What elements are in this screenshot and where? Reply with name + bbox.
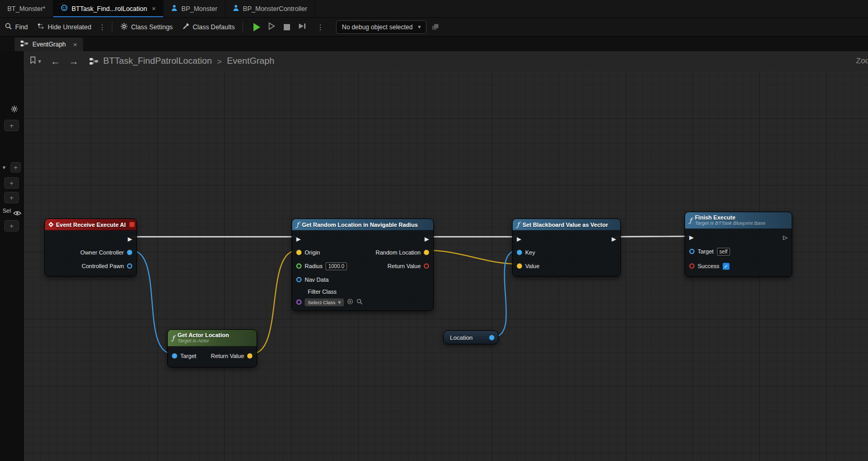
node-header: ƒ Finish Execute Target is BTTask Bluepr… — [685, 212, 792, 229]
function-icon: ƒ — [517, 221, 519, 228]
add-button[interactable]: + — [10, 162, 21, 172]
eye-icon[interactable] — [13, 209, 21, 218]
wrench-icon — [182, 22, 190, 31]
pin-nav-data[interactable] — [296, 277, 302, 282]
toolbar-separator — [242, 22, 243, 32]
collapsed-panel-strip: + ▾ + + + Sel + — [0, 51, 24, 461]
pin-label: Filter Class — [308, 289, 337, 295]
nav-forward-button[interactable]: → — [69, 56, 79, 66]
check-icon: ✓ — [724, 263, 728, 269]
pin-label: Controlled Pawn — [82, 263, 124, 269]
exec-in-pin[interactable]: ▶ — [296, 236, 300, 242]
nav-back-button[interactable]: ← — [51, 56, 61, 66]
debug-object-dropdown[interactable]: No debug object selected ▾ — [336, 20, 426, 34]
stop-button[interactable] — [284, 24, 290, 30]
blueprint-icon — [61, 4, 68, 13]
class-defaults-button[interactable]: Class Defaults — [178, 18, 240, 36]
pin-random-location[interactable] — [424, 250, 429, 255]
tab-bttask-findpatrollocation[interactable]: BTTask_Find...rolLocation × — [53, 0, 164, 17]
graph-tab-bar: EventGraph × — [0, 37, 868, 51]
graph-breadcrumb-bar: ▾ ← → BTTask_FindPatrolLocation > EventG… — [24, 51, 868, 71]
zoom-readout: Zoom — [856, 56, 868, 65]
chevron-down-icon[interactable]: ▾ — [3, 164, 6, 171]
pin-origin[interactable] — [296, 250, 302, 255]
class-defaults-label: Class Defaults — [193, 24, 235, 31]
selection-label: Sel — [3, 208, 11, 214]
skip-to-end-button[interactable] — [298, 22, 306, 32]
pin-location-out[interactable] — [489, 335, 494, 340]
hide-unrelated-button[interactable]: Hide Unrelated — [32, 18, 96, 36]
node-header: ƒ Get Actor Location Target is Actor — [168, 330, 257, 347]
exec-out-pin[interactable]: ▶ — [128, 236, 132, 242]
exec-out-pin[interactable]: ▶ — [612, 236, 616, 242]
node-set-blackboard-value-as-vector[interactable]: ƒ Set Blackboard Value as Vector ▶ ▶ Key… — [512, 218, 621, 276]
pin-filter-class[interactable] — [296, 299, 302, 305]
search-icon — [5, 22, 12, 31]
exec-in-pin[interactable]: ▶ — [689, 235, 693, 240]
tab-bt-monster[interactable]: BT_Monster* — [0, 0, 53, 17]
pin-target[interactable] — [689, 249, 695, 254]
tab-eventgraph[interactable]: EventGraph × — [15, 38, 83, 51]
pin-label: Radius — [305, 263, 322, 269]
node-event-receive-execute-ai[interactable]: Event Receive Execute AI ▶ Owner Control… — [44, 218, 137, 276]
radius-input[interactable]: 1000.0 — [326, 262, 347, 270]
find-button[interactable]: Find — [0, 18, 32, 36]
success-checkbox[interactable]: ✓ — [723, 263, 730, 270]
toolbar-separator — [112, 22, 112, 32]
exec-out-pin[interactable]: ▶ — [425, 236, 429, 242]
close-icon[interactable]: × — [73, 41, 77, 49]
add-button[interactable]: + — [4, 177, 19, 189]
chevron-down-icon: ▾ — [418, 24, 421, 30]
add-button[interactable]: + — [4, 220, 19, 232]
add-button[interactable]: + — [4, 120, 19, 131]
use-selected-icon[interactable] — [347, 297, 353, 307]
target-input[interactable]: self — [717, 248, 731, 256]
close-icon[interactable]: × — [152, 5, 156, 13]
kebab-menu-icon[interactable]: ⋮ — [96, 23, 109, 31]
pin-return-value[interactable] — [424, 263, 429, 269]
breadcrumb-asset[interactable]: BTTask_FindPatrolLocation — [103, 56, 212, 66]
debug-browse-icon[interactable] — [432, 24, 439, 31]
exec-in-pin[interactable]: ▶ — [517, 236, 521, 242]
chevron-down-icon: ▾ — [38, 59, 41, 64]
pin-label: Return Value — [211, 353, 244, 359]
gear-icon — [120, 22, 128, 32]
node-get-random-location-in-navigable-radius[interactable]: ƒ Get Random Location in Navigable Radiu… — [292, 218, 434, 311]
class-settings-button[interactable]: Class Settings — [115, 18, 178, 36]
pin-label: Key — [525, 249, 535, 256]
pin-controlled-pawn[interactable] — [127, 263, 132, 269]
gear-icon[interactable] — [10, 105, 18, 115]
tab-label: BP_Monster — [181, 5, 217, 13]
node-title: Set Blackboard Value as Vector — [523, 222, 608, 228]
add-button[interactable]: + — [4, 192, 19, 203]
tab-label: EventGraph — [32, 41, 66, 48]
tab-label: BT_Monster* — [7, 5, 45, 13]
pin-owner-controller[interactable] — [127, 250, 132, 255]
pin-value[interactable] — [517, 263, 522, 269]
pin-return-value[interactable] — [247, 353, 252, 359]
filter-class-select[interactable]: Select Class ▾ — [305, 298, 344, 306]
node-get-actor-location[interactable]: ƒ Get Actor Location Target is Actor Tar… — [167, 329, 257, 367]
tab-bp-monstercontroller[interactable]: BP_MonsterController — [225, 0, 315, 17]
breadcrumb-graph[interactable]: EventGraph — [227, 56, 274, 66]
node-finish-execute[interactable]: ƒ Finish Execute Target is BTTask Bluepr… — [685, 212, 792, 277]
actor-icon — [171, 4, 178, 13]
pin-label: Nav Data — [305, 276, 329, 283]
exec-out-pin[interactable]: ▷ — [783, 235, 788, 240]
node-subtitle: Target is BTTask Blueprint Base — [695, 221, 766, 226]
kebab-menu-icon[interactable]: ⋮ — [314, 23, 327, 31]
tab-label: BP_MonsterController — [243, 5, 307, 13]
pin-label: Target — [180, 353, 196, 359]
node-subtitle: Target is Actor — [178, 338, 229, 343]
pin-radius[interactable] — [296, 263, 302, 269]
pin-key[interactable] — [517, 250, 522, 255]
play-button[interactable] — [253, 23, 260, 31]
pin-target[interactable] — [172, 353, 177, 359]
tab-bp-monster[interactable]: BP_Monster — [164, 0, 225, 17]
bookmark-button[interactable]: ▾ — [30, 56, 41, 66]
browse-icon[interactable] — [356, 297, 363, 307]
pin-success[interactable] — [689, 263, 695, 269]
frame-skip-button[interactable] — [268, 22, 276, 32]
pin-label: Random Location — [376, 249, 421, 256]
node-location-variable[interactable]: Location — [443, 330, 499, 344]
